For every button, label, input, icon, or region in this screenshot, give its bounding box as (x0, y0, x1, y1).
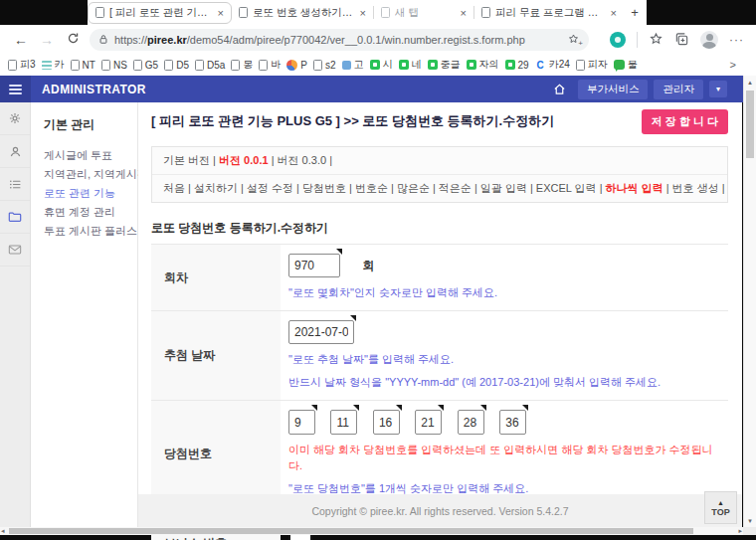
back-button[interactable]: ← (8, 32, 34, 48)
sidebar-item-region-board[interactable]: 지역관리, 지역게시판 (44, 165, 137, 184)
rail-plugins-button-active[interactable] (0, 201, 30, 234)
vertical-scrollbar[interactable]: ▴ ▾ (743, 76, 756, 527)
browser-tab-strip: [ 피리 로또 관련 기능 PLUS G5 ] × 로또 번호 생성하기 | 피… (88, 0, 647, 25)
sidebar-item-post-vote[interactable]: 게시글에 투표 (44, 146, 137, 165)
page-favicon-icon (481, 7, 490, 18)
tab-close-icon[interactable]: × (459, 7, 467, 19)
sidebar-item-lotto-active[interactable]: 로또 관련 기능 (44, 184, 137, 203)
new-tab-button[interactable]: + (624, 5, 646, 20)
scroll-down-arrow[interactable]: ▾ (744, 517, 756, 525)
forward-button[interactable]: → (34, 32, 60, 48)
menu-icon (9, 89, 22, 90)
sidebar-item-vote-board-plus[interactable]: 투표 게시판 플러스 (44, 222, 137, 241)
form-row-date: 추첨 날짜 "로또 추첨 날짜"를 입력해 주세요. 반드시 날짜 형식을 "Y… (151, 311, 728, 401)
round-help-text: "로또 몇회차"인지 숫자로만 입력해 주세요. (288, 284, 720, 300)
sidebar-item-dormant-account[interactable]: 휴면 계정 관리 (44, 203, 137, 222)
date-help-text-1: "로또 추첨 날짜"를 입력해 주세요. (288, 351, 720, 367)
rail-users-button[interactable] (0, 135, 30, 168)
bookmark-item[interactable]: 고 (342, 58, 364, 72)
rail-settings-button[interactable] (0, 102, 30, 135)
bookmark-item[interactable]: NS (101, 60, 127, 71)
page-favicon-icon (133, 60, 142, 71)
sidebar-toggle-button[interactable] (0, 76, 31, 102)
bookmark-item[interactable]: 카 (42, 58, 65, 72)
refresh-button[interactable] (60, 32, 86, 48)
tab-4[interactable]: 피리 무료 프로그램 다운로드 글 × (474, 0, 624, 25)
tab-active[interactable]: [ 피리 로또 관련 기능 PLUS G5 ] × (88, 2, 232, 24)
profile-avatar[interactable] (700, 31, 718, 49)
bookmark-item[interactable]: 중글 (428, 58, 461, 72)
bookmark-item[interactable]: 몽 (231, 58, 253, 72)
vertical-scrollbar-thumb[interactable] (746, 90, 754, 158)
winning-number-input-5[interactable] (458, 410, 484, 435)
bookmark-item[interactable]: 피3 (8, 58, 36, 72)
horizontal-scrollbar[interactable]: ◂ ▸ (0, 527, 743, 535)
round-label: 회차 (151, 245, 281, 310)
add-favorite-star-icon[interactable]: + (567, 33, 580, 46)
round-input[interactable] (288, 254, 340, 277)
bookmark-item[interactable]: NT (71, 60, 95, 71)
tab-close-icon[interactable]: × (216, 7, 224, 19)
bookmark-item[interactable]: 자의 (467, 58, 499, 72)
favorites-icon[interactable] (649, 32, 663, 47)
bookmark-item[interactable]: 시 (370, 58, 393, 72)
manager-button[interactable]: 관리자 (654, 80, 703, 99)
scroll-left-arrow[interactable]: ◂ (1, 527, 5, 535)
home-icon[interactable] (553, 83, 566, 95)
nav-link-active[interactable]: 하나씩 입력 (606, 182, 663, 194)
winning-number-input-4[interactable] (415, 410, 442, 435)
nav-links[interactable]: | 번호 생성 | (666, 182, 725, 194)
copyright-text: Copyright © piree.kr. All rights reserve… (311, 505, 568, 517)
bookmark-item[interactable]: 피자 (576, 58, 608, 72)
tab-close-icon[interactable]: × (358, 7, 366, 19)
tab-close-icon[interactable]: × (609, 7, 617, 19)
bookmark-item[interactable]: 29 (505, 60, 529, 71)
bookmark-item[interactable]: s2 (313, 60, 336, 71)
bookmark-item[interactable]: G5 (133, 60, 158, 71)
scroll-to-top-button[interactable]: ▲ TOP (704, 491, 737, 524)
winning-number-input-2[interactable] (330, 410, 357, 435)
form-row-round: 회차 회 "로또 몇회차"인지 숫자로만 입력해 주세요. (151, 245, 728, 311)
page-title: [ 피리 로또 관련 기능 PLUS G5 ] >> 로또 당첨번호 등록하기.… (151, 112, 642, 130)
winning-number-input-6[interactable] (499, 410, 526, 435)
page-favicon-icon (313, 60, 322, 71)
list-icon (9, 178, 22, 191)
nav-links[interactable]: 처음 | 설치하기 | 설정 수정 | 당첨번호 | 번호순 | 많은순 | 적… (163, 182, 603, 194)
manager-dropdown-caret[interactable]: ▾ (709, 81, 727, 97)
scroll-right-arrow[interactable]: ▸ (738, 527, 742, 535)
version-current: 버전 0.0.1 (219, 154, 269, 166)
tab-2[interactable]: 로또 번호 생성하기 | 피리 그누보 × (232, 0, 373, 25)
draw-date-input[interactable] (288, 320, 354, 344)
extra-service-button[interactable]: 부가서비스 (578, 80, 649, 99)
bookmark-item[interactable]: 카24 (535, 58, 570, 72)
browser-menu-icon[interactable]: ··· (729, 33, 744, 47)
bookmarks-bar: 피3 카 NT NS G5 D5 D5a 몽 바 P s2 고 시 네 중글 자… (0, 54, 756, 76)
form-section-title: 로또 당첨번호 등록하기.수정하기 (151, 220, 728, 237)
winning-number-input-1[interactable] (288, 410, 315, 435)
version-row: 기본 버전 | 버전 0.0.1 | 버전 0.3.0 | (152, 147, 727, 175)
numbers-warning-text: 이미 해당 회차 당첨번호를 입력하셨는데 또 입력하시면 해당 회차 당첨번호… (288, 442, 720, 473)
bookmark-item[interactable]: 바 (259, 58, 281, 72)
bookmark-item[interactable]: P (286, 60, 307, 71)
rail-boards-button[interactable] (0, 168, 30, 201)
toolbar-divider (637, 32, 638, 48)
bookmark-item[interactable]: 물 (614, 58, 638, 72)
page-title-row: [ 피리 로또 관련 기능 PLUS G5 ] >> 로또 당첨번호 등록하기.… (138, 102, 742, 140)
bookmark-item[interactable]: D5a (195, 60, 225, 71)
save-button[interactable]: 저 장 합 니 다 (642, 109, 728, 134)
favicon-icon (370, 60, 380, 70)
bookmark-item[interactable]: D5 (164, 60, 189, 71)
scroll-up-arrow[interactable]: ▴ (744, 79, 756, 87)
horizontal-scrollbar-thumb[interactable] (9, 528, 693, 534)
up-arrow-icon: ▲ (717, 499, 724, 507)
envelope-icon (8, 243, 22, 257)
bookmark-item[interactable]: 네 (399, 58, 422, 72)
bookmarks-overflow-chevron[interactable]: > (730, 59, 736, 71)
address-bar[interactable]: https://piree.kr/demo54/adm/piree/p77004… (90, 29, 589, 51)
rail-mail-button[interactable] (0, 234, 30, 267)
winning-number-input-3[interactable] (373, 410, 400, 435)
tab-3[interactable]: 새 탭 × (374, 0, 473, 25)
version-box: 기본 버전 | 버전 0.0.1 | 버전 0.3.0 | 처음 | 설치하기 … (151, 146, 728, 203)
extension-icon[interactable] (610, 32, 626, 48)
collections-icon[interactable] (674, 32, 689, 47)
